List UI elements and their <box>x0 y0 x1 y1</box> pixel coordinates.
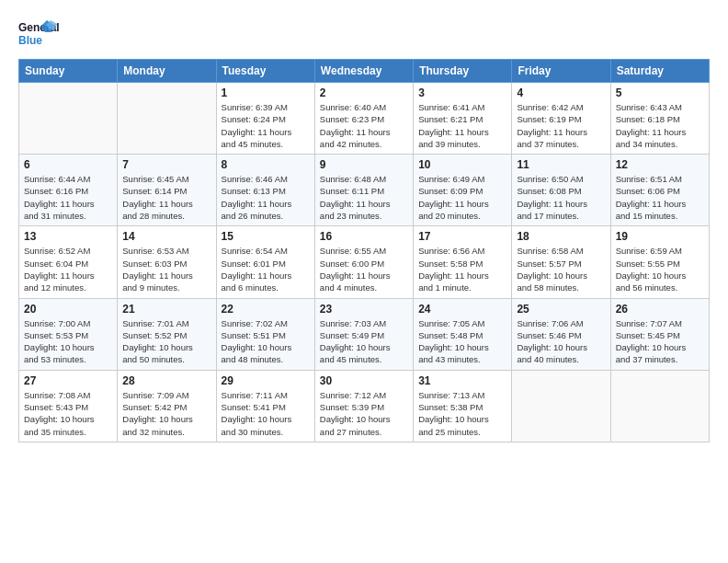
day-info: Sunrise: 6:48 AM Sunset: 6:11 PM Dayligh… <box>320 173 408 222</box>
day-number: 20 <box>24 303 112 316</box>
weekday-header: Sunday <box>19 60 118 83</box>
weekday-header: Tuesday <box>216 60 314 83</box>
day-number: 27 <box>24 374 112 387</box>
calendar-cell: 30Sunrise: 7:12 AM Sunset: 5:39 PM Dayli… <box>314 370 413 442</box>
calendar-cell: 3Sunrise: 6:41 AM Sunset: 6:21 PM Daylig… <box>414 83 512 155</box>
header: General Blue <box>18 15 710 53</box>
day-number: 10 <box>418 158 506 171</box>
day-number: 24 <box>418 303 506 316</box>
calendar-cell <box>610 370 709 442</box>
day-number: 30 <box>320 374 408 387</box>
day-info: Sunrise: 6:43 AM Sunset: 6:18 PM Dayligh… <box>616 101 704 150</box>
day-info: Sunrise: 6:39 AM Sunset: 6:24 PM Dayligh… <box>222 101 310 150</box>
day-number: 12 <box>616 158 704 171</box>
day-info: Sunrise: 7:02 AM Sunset: 5:51 PM Dayligh… <box>222 317 310 366</box>
logo: General Blue <box>18 18 59 53</box>
calendar-cell <box>512 370 610 442</box>
calendar-week-row: 6Sunrise: 6:44 AM Sunset: 6:16 PM Daylig… <box>19 155 710 226</box>
day-info: Sunrise: 6:55 AM Sunset: 6:00 PM Dayligh… <box>320 245 408 293</box>
svg-text:Blue: Blue <box>18 34 42 47</box>
day-info: Sunrise: 6:51 AM Sunset: 6:06 PM Dayligh… <box>616 173 704 222</box>
day-number: 22 <box>222 303 310 316</box>
calendar-cell: 12Sunrise: 6:51 AM Sunset: 6:06 PM Dayli… <box>610 155 709 226</box>
day-info: Sunrise: 7:07 AM Sunset: 5:45 PM Dayligh… <box>616 317 704 366</box>
day-info: Sunrise: 7:12 AM Sunset: 5:39 PM Dayligh… <box>320 389 408 438</box>
day-info: Sunrise: 6:50 AM Sunset: 6:08 PM Dayligh… <box>517 173 605 222</box>
logo-svg: General Blue <box>18 18 59 53</box>
calendar-cell <box>118 83 216 155</box>
day-number: 18 <box>517 230 605 243</box>
calendar-cell: 10Sunrise: 6:49 AM Sunset: 6:09 PM Dayli… <box>414 155 512 226</box>
day-number: 29 <box>222 374 310 387</box>
weekday-header: Wednesday <box>314 60 413 83</box>
day-info: Sunrise: 6:53 AM Sunset: 6:03 PM Dayligh… <box>122 245 210 293</box>
day-number: 5 <box>616 86 704 99</box>
day-info: Sunrise: 7:05 AM Sunset: 5:48 PM Dayligh… <box>418 317 506 366</box>
day-info: Sunrise: 7:01 AM Sunset: 5:52 PM Dayligh… <box>122 317 210 366</box>
day-number: 6 <box>24 158 112 171</box>
calendar-cell: 31Sunrise: 7:13 AM Sunset: 5:38 PM Dayli… <box>414 370 512 442</box>
calendar-cell: 24Sunrise: 7:05 AM Sunset: 5:48 PM Dayli… <box>414 298 512 370</box>
calendar-cell: 4Sunrise: 6:42 AM Sunset: 6:19 PM Daylig… <box>512 83 610 155</box>
day-info: Sunrise: 6:54 AM Sunset: 6:01 PM Dayligh… <box>222 245 310 293</box>
calendar-cell: 11Sunrise: 6:50 AM Sunset: 6:08 PM Dayli… <box>512 155 610 226</box>
calendar-week-row: 20Sunrise: 7:00 AM Sunset: 5:53 PM Dayli… <box>19 298 710 370</box>
weekday-header: Friday <box>512 60 610 83</box>
day-number: 2 <box>320 86 408 99</box>
calendar-cell: 18Sunrise: 6:58 AM Sunset: 5:57 PM Dayli… <box>512 226 610 298</box>
day-number: 28 <box>122 374 210 387</box>
weekday-header: Thursday <box>414 60 512 83</box>
day-number: 23 <box>320 303 408 316</box>
day-number: 8 <box>222 158 310 171</box>
day-number: 26 <box>616 303 704 316</box>
day-number: 11 <box>517 158 605 171</box>
day-number: 1 <box>222 86 310 99</box>
day-number: 14 <box>122 230 210 243</box>
calendar-cell: 7Sunrise: 6:45 AM Sunset: 6:14 PM Daylig… <box>118 155 216 226</box>
calendar-cell: 25Sunrise: 7:06 AM Sunset: 5:46 PM Dayli… <box>512 298 610 370</box>
calendar-cell: 6Sunrise: 6:44 AM Sunset: 6:16 PM Daylig… <box>19 155 118 226</box>
calendar-cell: 26Sunrise: 7:07 AM Sunset: 5:45 PM Dayli… <box>610 298 709 370</box>
day-info: Sunrise: 7:11 AM Sunset: 5:41 PM Dayligh… <box>222 389 310 438</box>
day-info: Sunrise: 6:58 AM Sunset: 5:57 PM Dayligh… <box>517 245 605 293</box>
day-number: 13 <box>24 230 112 243</box>
calendar-week-row: 13Sunrise: 6:52 AM Sunset: 6:04 PM Dayli… <box>19 226 710 298</box>
day-info: Sunrise: 7:13 AM Sunset: 5:38 PM Dayligh… <box>418 389 506 438</box>
day-number: 21 <box>122 303 210 316</box>
calendar-cell: 19Sunrise: 6:59 AM Sunset: 5:55 PM Dayli… <box>610 226 709 298</box>
day-info: Sunrise: 6:40 AM Sunset: 6:23 PM Dayligh… <box>320 101 408 150</box>
calendar-cell: 13Sunrise: 6:52 AM Sunset: 6:04 PM Dayli… <box>19 226 118 298</box>
calendar-cell: 27Sunrise: 7:08 AM Sunset: 5:43 PM Dayli… <box>19 370 118 442</box>
calendar-cell: 9Sunrise: 6:48 AM Sunset: 6:11 PM Daylig… <box>314 155 413 226</box>
calendar-cell: 21Sunrise: 7:01 AM Sunset: 5:52 PM Dayli… <box>118 298 216 370</box>
calendar-cell <box>19 83 118 155</box>
day-number: 19 <box>616 230 704 243</box>
day-number: 25 <box>517 303 605 316</box>
weekday-header: Monday <box>118 60 216 83</box>
calendar-cell: 2Sunrise: 6:40 AM Sunset: 6:23 PM Daylig… <box>314 83 413 155</box>
calendar-cell: 15Sunrise: 6:54 AM Sunset: 6:01 PM Dayli… <box>216 226 314 298</box>
day-number: 4 <box>517 86 605 99</box>
calendar-cell: 28Sunrise: 7:09 AM Sunset: 5:42 PM Dayli… <box>118 370 216 442</box>
day-info: Sunrise: 6:52 AM Sunset: 6:04 PM Dayligh… <box>24 245 112 293</box>
day-info: Sunrise: 6:44 AM Sunset: 6:16 PM Dayligh… <box>24 173 112 222</box>
day-number: 15 <box>222 230 310 243</box>
calendar-table: SundayMondayTuesdayWednesdayThursdayFrid… <box>18 59 710 442</box>
day-info: Sunrise: 6:41 AM Sunset: 6:21 PM Dayligh… <box>418 101 506 150</box>
day-info: Sunrise: 6:45 AM Sunset: 6:14 PM Dayligh… <box>122 173 210 222</box>
calendar-cell: 14Sunrise: 6:53 AM Sunset: 6:03 PM Dayli… <box>118 226 216 298</box>
day-info: Sunrise: 6:42 AM Sunset: 6:19 PM Dayligh… <box>517 101 605 150</box>
calendar-cell: 29Sunrise: 7:11 AM Sunset: 5:41 PM Dayli… <box>216 370 314 442</box>
calendar-cell: 16Sunrise: 6:55 AM Sunset: 6:00 PM Dayli… <box>314 226 413 298</box>
day-number: 17 <box>418 230 506 243</box>
day-number: 3 <box>418 86 506 99</box>
day-number: 9 <box>320 158 408 171</box>
calendar-cell: 5Sunrise: 6:43 AM Sunset: 6:18 PM Daylig… <box>610 83 709 155</box>
weekday-header: Saturday <box>610 60 709 83</box>
day-info: Sunrise: 7:08 AM Sunset: 5:43 PM Dayligh… <box>24 389 112 438</box>
calendar-cell: 20Sunrise: 7:00 AM Sunset: 5:53 PM Dayli… <box>19 298 118 370</box>
day-info: Sunrise: 7:06 AM Sunset: 5:46 PM Dayligh… <box>517 317 605 366</box>
day-number: 31 <box>418 374 506 387</box>
day-info: Sunrise: 6:49 AM Sunset: 6:09 PM Dayligh… <box>418 173 506 222</box>
day-info: Sunrise: 7:09 AM Sunset: 5:42 PM Dayligh… <box>122 389 210 438</box>
